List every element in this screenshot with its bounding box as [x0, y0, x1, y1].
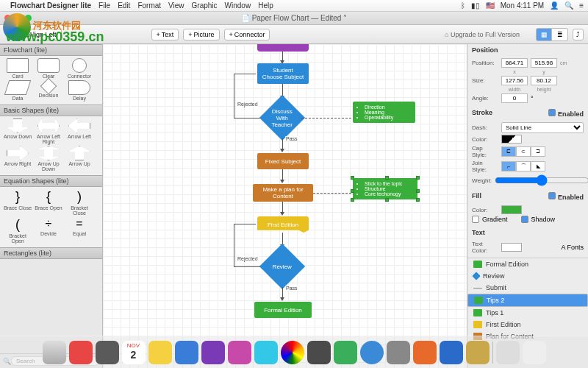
flag-icon[interactable]: 🇺🇸: [486, 1, 495, 10]
connector[interactable]: [234, 224, 256, 224]
dock-photos-icon[interactable]: [281, 341, 304, 364]
connector[interactable]: [234, 118, 260, 118]
shape-equal[interactable]: =: [76, 217, 82, 230]
node-student[interactable]: Student Choose Subject: [257, 63, 309, 84]
dock-finder-icon[interactable]: [43, 341, 66, 364]
dock-launchpad-icon[interactable]: [69, 341, 93, 364]
dock-settings-icon[interactable]: [387, 341, 410, 364]
text-color-swatch[interactable]: [501, 243, 522, 252]
menu-app[interactable]: Flowchart Designer lite: [10, 1, 91, 10]
pos-x-input[interactable]: [501, 58, 528, 68]
shape-arrow-left[interactable]: [68, 118, 90, 133]
connector[interactable]: [234, 74, 234, 118]
menu-window[interactable]: Window: [225, 1, 251, 10]
dock-mail-icon[interactable]: [175, 341, 198, 364]
shape-card[interactable]: [7, 58, 29, 73]
node-first[interactable]: First Edition: [257, 216, 309, 233]
node-discuss[interactable]: Discuss With Teacher: [259, 95, 305, 141]
outline-item-selected[interactable]: Tips 2: [467, 294, 588, 307]
node-plan[interactable]: Make a plan for Content: [253, 184, 313, 202]
shape-brace-close[interactable]: }: [15, 189, 20, 205]
connector[interactable]: [234, 266, 260, 267]
shadow-checkbox[interactable]: [521, 216, 528, 223]
clock[interactable]: Mon 4:11 PM: [501, 1, 544, 10]
spotlight-icon[interactable]: 🔍: [564, 1, 573, 10]
dock-itunes-icon[interactable]: [201, 341, 225, 364]
angle-input[interactable]: [501, 93, 528, 103]
outline-item[interactable]: Tips 1: [467, 307, 588, 319]
note-2[interactable]: Stick to the topicStructureCore techonog…: [353, 178, 417, 199]
stroke-enabled-checkbox[interactable]: [548, 109, 556, 116]
add-text-button[interactable]: + Text: [151, 29, 179, 40]
node-review[interactable]: Review: [259, 244, 305, 289]
connector-dashed[interactable]: [313, 193, 351, 194]
add-picture-button[interactable]: + Picture: [183, 29, 219, 40]
menu-file[interactable]: File: [98, 1, 110, 10]
menu-graphic[interactable]: Graphic: [192, 1, 218, 10]
dock-icon[interactable]: [440, 341, 463, 364]
dock-trash-icon[interactable]: [523, 341, 546, 364]
upgrade-link[interactable]: ⌂ Upgrade to Full Version: [445, 31, 520, 38]
outline-item[interactable]: Submit: [467, 282, 588, 294]
menu-format[interactable]: Format: [137, 1, 161, 10]
dock-icon[interactable]: [466, 341, 490, 364]
fill-enabled-checkbox[interactable]: [548, 192, 556, 199]
pos-y-input[interactable]: [531, 58, 557, 68]
outline-item[interactable]: Review: [467, 270, 588, 282]
sidebar-section-basic[interactable]: Basic Shapes (lite): [0, 105, 102, 116]
dock-calendar-icon[interactable]: NOV2: [122, 341, 146, 364]
dock-icon[interactable]: [413, 341, 437, 364]
view-list-button[interactable]: ≣: [552, 28, 568, 41]
connector[interactable]: [234, 74, 256, 74]
dock-icon[interactable]: [307, 341, 331, 364]
shape-arrow-down[interactable]: [7, 118, 29, 133]
sidebar-section-equation[interactable]: Equation Shapes (lite): [0, 175, 102, 187]
node-top[interactable]: [257, 44, 309, 52]
note-1[interactable]: DirectionMeaningOperatability: [353, 102, 415, 123]
menu-icon[interactable]: ≡: [579, 1, 584, 10]
dash-select[interactable]: Solid Line: [501, 122, 584, 133]
shape-decision[interactable]: [40, 78, 57, 95]
menu-edit[interactable]: Edit: [118, 1, 130, 10]
outline-item[interactable]: First Edition: [467, 319, 588, 330]
shape-brace-open[interactable]: {: [46, 189, 51, 205]
connector-dashed[interactable]: [301, 118, 351, 118]
sidebar-section-rect[interactable]: Rectangles (lite): [0, 247, 102, 259]
menu-help[interactable]: Help: [258, 1, 273, 10]
node-formal[interactable]: Formal Edition: [254, 302, 312, 318]
dock-icon[interactable]: [228, 341, 251, 364]
shape-delay[interactable]: [68, 80, 90, 95]
user-icon[interactable]: 👤: [550, 1, 559, 10]
shape-arrow-right[interactable]: [7, 146, 29, 160]
size-h-input[interactable]: [531, 76, 557, 85]
node-fixed[interactable]: Fixed Subject: [257, 153, 309, 169]
shape-data[interactable]: [4, 80, 31, 95]
view-grid-button[interactable]: ▦: [536, 28, 552, 41]
canvas[interactable]: Student Choose Subject Discuss With Teac…: [103, 44, 467, 368]
shape-bracket-close[interactable]: ): [77, 189, 82, 205]
shape-arrow-ud[interactable]: [37, 146, 60, 160]
bluetooth-icon[interactable]: ᛒ: [461, 1, 465, 10]
shape-divide[interactable]: ÷: [46, 217, 52, 230]
dock-notes-icon[interactable]: [148, 341, 172, 364]
size-w-input[interactable]: [501, 76, 528, 85]
shape-arrow-lr[interactable]: [37, 118, 60, 133]
weight-slider[interactable]: [495, 174, 588, 186]
add-connector-button[interactable]: + Connector: [224, 29, 270, 40]
dock-downloads-icon[interactable]: [496, 341, 520, 364]
battery-icon[interactable]: ▮▯: [471, 1, 480, 10]
shape-arrow-up[interactable]: [68, 146, 90, 160]
share-button[interactable]: ⤴: [573, 29, 584, 40]
outline-item[interactable]: Formal Edition: [467, 258, 588, 270]
dock-messages-icon[interactable]: [334, 341, 357, 364]
fonts-button[interactable]: A Fonts: [561, 244, 584, 251]
sidebar-section-flowchart[interactable]: Flowchart (lite): [0, 44, 102, 56]
dock-safari-icon[interactable]: [96, 341, 119, 364]
shape-clear[interactable]: [37, 58, 60, 73]
gradient-checkbox[interactable]: [472, 216, 479, 223]
stroke-color-swatch[interactable]: [501, 135, 522, 144]
shape-bracket-open[interactable]: (: [15, 217, 20, 233]
connector[interactable]: [234, 224, 234, 266]
shape-connector[interactable]: [72, 58, 87, 73]
dock-icon[interactable]: [254, 341, 278, 364]
